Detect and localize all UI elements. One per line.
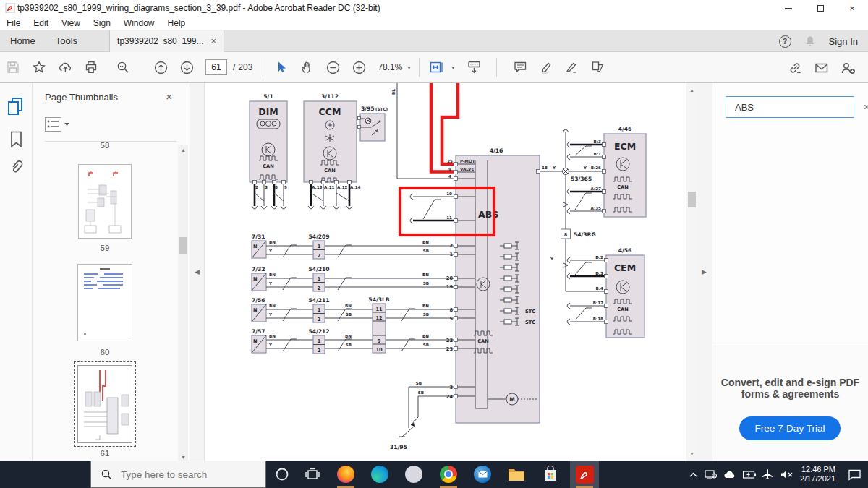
find-input[interactable] <box>726 101 864 114</box>
maximize-button[interactable] <box>804 0 836 16</box>
taskbar-search-input[interactable] <box>119 468 257 481</box>
menu-help[interactable]: Help <box>161 18 192 28</box>
airplane-mode-icon[interactable] <box>762 469 774 479</box>
tab-document[interactable]: tp3939202_s80_199... × <box>109 30 224 52</box>
svg-text:1: 1 <box>449 252 453 257</box>
thumbnail-page-60[interactable] <box>77 264 132 341</box>
highlighter-icon[interactable] <box>533 56 559 79</box>
tab-home[interactable]: Home <box>0 30 46 52</box>
zoom-caret-icon[interactable]: ▾ <box>407 64 410 71</box>
menu-window[interactable]: Window <box>117 18 161 28</box>
svg-text:Y: Y <box>550 257 554 261</box>
hand-tool-icon[interactable] <box>294 56 320 79</box>
find-box[interactable]: × <box>726 96 854 118</box>
minimize-button[interactable] <box>773 0 804 16</box>
page-number-input[interactable] <box>205 59 227 75</box>
onedrive-icon[interactable] <box>723 470 736 479</box>
zoom-level[interactable]: 78.1% <box>378 62 405 72</box>
document-scrollbar[interactable]: ▲ ▼ <box>686 83 697 461</box>
acrobat-taskbar-icon[interactable] <box>570 461 599 488</box>
microsoft-store-icon[interactable] <box>536 461 565 488</box>
attachments-icon[interactable] <box>9 158 24 177</box>
svg-text:19: 19 <box>446 284 454 290</box>
close-button[interactable]: × <box>836 0 868 16</box>
page-thumbnails-icon[interactable] <box>8 98 25 116</box>
menu-sign[interactable]: Sign <box>87 18 117 28</box>
battery-icon[interactable] <box>743 471 756 479</box>
collapse-right-pane-handle[interactable]: ▶ <box>697 83 712 461</box>
acrobat-doc-icon <box>5 3 15 13</box>
email-icon[interactable] <box>809 56 835 80</box>
clear-search-icon[interactable]: × <box>864 101 868 113</box>
bookmarks-icon[interactable] <box>10 131 23 148</box>
svg-text:54/209: 54/209 <box>308 234 329 240</box>
cast-icon[interactable] <box>705 469 717 479</box>
search-pane: × Convert, edit and e-sign PDF forms & a… <box>712 83 868 461</box>
firefox-icon[interactable] <box>331 461 360 488</box>
add-person-icon[interactable] <box>835 56 861 80</box>
star-icon[interactable] <box>26 56 52 79</box>
action-center-icon[interactable] <box>848 468 862 481</box>
menu-edit[interactable]: Edit <box>27 18 55 28</box>
more-tools-icon[interactable] <box>585 56 611 79</box>
app-circle-icon[interactable] <box>399 461 428 488</box>
taskbar-clock[interactable]: 12:46 PM 2/17/2021 <box>800 465 835 484</box>
thumbnail-options-icon[interactable] <box>45 117 71 133</box>
taskbar-search[interactable] <box>90 461 266 488</box>
fit-width-icon[interactable] <box>424 56 450 79</box>
svg-text:4/56: 4/56 <box>618 247 632 254</box>
fit-caret-icon[interactable]: ▾ <box>451 64 454 71</box>
fill-sign-icon[interactable] <box>559 56 585 79</box>
comment-icon[interactable] <box>507 56 533 79</box>
edge-icon[interactable] <box>365 461 394 488</box>
thumbnail-page-61[interactable] <box>74 361 136 447</box>
svg-text:18: 18 <box>542 166 548 170</box>
sensor-row-3: 7/56 N BN Y 54/211 1 2 BN SB BN SB 8 5 <box>252 297 456 322</box>
scroll-down-icon[interactable]: ▼ <box>178 452 189 461</box>
thumbnail-page-59[interactable] <box>78 164 132 239</box>
menu-view[interactable]: View <box>55 18 87 28</box>
scroll-up-icon[interactable]: ▲ <box>178 145 189 155</box>
window-title: tp3939202_s80_1999_wiring_diagrams_secti… <box>17 3 380 13</box>
tab-close-icon[interactable]: × <box>211 35 217 46</box>
save-icon[interactable] <box>0 56 26 79</box>
svg-text:N: N <box>253 276 258 282</box>
file-explorer-icon[interactable] <box>502 461 531 488</box>
doc-scroll-down-icon[interactable]: ▼ <box>686 448 697 459</box>
thumbnails-scrollbar[interactable]: ▲ ▼ <box>178 145 188 461</box>
volume-muted-icon[interactable] <box>780 470 793 479</box>
select-tool-icon[interactable] <box>268 56 294 79</box>
free-trial-button[interactable]: Free 7-Day Trial <box>739 416 841 440</box>
print-icon[interactable] <box>78 56 104 79</box>
panel-title: Page Thumbnails <box>45 92 118 103</box>
chrome-icon[interactable] <box>434 461 463 488</box>
bell-icon[interactable] <box>804 35 816 48</box>
tab-tools[interactable]: Tools <box>46 30 88 52</box>
next-page-icon[interactable] <box>174 56 200 79</box>
component-dim: 5/1 DIM CAN 2 3 8 9 <box>250 93 287 209</box>
previous-page-icon[interactable] <box>148 56 174 79</box>
zoom-in-icon[interactable] <box>346 56 372 79</box>
tray-chevron-icon[interactable] <box>689 471 698 478</box>
zoom-out-icon[interactable] <box>320 56 346 79</box>
search-icon[interactable] <box>110 56 136 79</box>
page-thumbnails-panel: Page Thumbnails × 58 59 <box>33 83 190 461</box>
task-view-icon[interactable] <box>298 461 327 488</box>
doc-scroll-up-icon[interactable]: ▲ <box>686 85 697 95</box>
svg-text:5/1: 5/1 <box>263 93 273 100</box>
panel-close-icon[interactable]: × <box>166 90 172 103</box>
help-icon[interactable]: ? <box>779 35 791 48</box>
svg-text:4: 4 <box>448 174 451 179</box>
document-page[interactable]: .w{stroke:#474754;stroke-width:1;fill:no… <box>205 83 686 461</box>
svg-text:2: 2 <box>318 348 321 354</box>
upload-cloud-icon[interactable] <box>52 56 78 79</box>
cortana-icon[interactable] <box>268 461 297 488</box>
share-link-icon[interactable] <box>783 56 809 80</box>
collapse-left-pane-handle[interactable]: ◀ <box>190 83 205 461</box>
sign-in-button[interactable]: Sign In <box>829 36 858 47</box>
page-scroll-icon[interactable] <box>461 56 488 79</box>
mail-app-icon[interactable] <box>468 461 497 488</box>
component-stc-switch: 3/95 (STC) <box>357 106 388 141</box>
svg-text:BN: BN <box>269 240 276 244</box>
menu-file[interactable]: File <box>0 18 27 28</box>
